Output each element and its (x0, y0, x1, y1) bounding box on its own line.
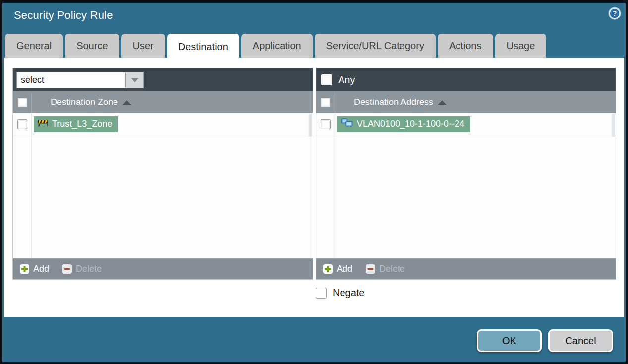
chevron-down-icon (131, 78, 139, 82)
zone-select-combobox (16, 72, 144, 88)
destination-address-panel: Any Destination Address (316, 68, 616, 280)
sort-ascending-icon (438, 100, 447, 105)
zone-add-label: Add (33, 264, 49, 274)
zone-table-row[interactable]: Trust_L3_Zone (13, 113, 313, 135)
tab-destination[interactable]: Destination (167, 34, 239, 60)
address-row-label: VLAN0100_10-1-100-0--24 (357, 119, 464, 129)
address-table-row[interactable]: VLAN0100_10-1-100-0--24 (316, 113, 616, 135)
zone-row-checkbox[interactable] (17, 119, 27, 129)
address-select-all-checkbox[interactable] (321, 98, 331, 107)
zone-delete-button[interactable]: Delete (62, 264, 102, 274)
zone-column-header-label: Destination Zone (51, 97, 118, 107)
tab-service-url-category[interactable]: Service/URL Category (315, 34, 436, 58)
negate-checkbox[interactable] (316, 288, 327, 299)
delete-icon (62, 264, 72, 274)
delete-icon (365, 264, 376, 274)
tab-bar: General Source User Destination Applicat… (5, 34, 546, 58)
zone-delete-label: Delete (76, 264, 102, 274)
negate-label: Negate (333, 287, 365, 299)
zone-barrier-icon (38, 119, 48, 129)
column-divider (335, 93, 335, 113)
sort-ascending-icon (122, 100, 131, 105)
any-bar: Any (316, 68, 616, 91)
zone-chip[interactable]: Trust_L3_Zone (34, 116, 118, 132)
scrollbar[interactable] (612, 114, 615, 137)
zone-list-body: Trust_L3_Zone (13, 113, 313, 258)
address-chip[interactable]: VLAN0100_10-1-100-0--24 (337, 116, 470, 132)
tab-usage[interactable]: Usage (495, 34, 547, 58)
zone-column-header[interactable]: Destination Zone (51, 97, 131, 107)
svg-text:?: ? (613, 9, 617, 17)
address-column-header-label: Destination Address (354, 97, 433, 107)
zone-select-dropdown-button[interactable] (125, 72, 144, 88)
tab-actions[interactable]: Actions (438, 34, 493, 58)
content-area: Destination Zone (4, 58, 624, 317)
address-delete-button[interactable]: Delete (365, 264, 405, 274)
help-icon[interactable]: ? (608, 6, 622, 20)
scrollbar[interactable] (309, 114, 312, 137)
zone-select-all-checkbox[interactable] (17, 98, 27, 107)
zone-add-button[interactable]: Add (19, 264, 49, 274)
zone-footer: Add Delete (13, 258, 313, 279)
destination-zone-panel: Destination Zone (12, 68, 313, 280)
zone-toolbar (13, 68, 313, 91)
address-add-button[interactable]: Add (323, 264, 352, 274)
address-list-body: VLAN0100_10-1-100-0--24 (316, 113, 616, 258)
zone-select-input[interactable] (16, 72, 125, 88)
address-header-row: Destination Address (316, 91, 616, 113)
any-label: Any (338, 74, 355, 86)
network-hosts-icon (341, 118, 353, 130)
address-add-label: Add (337, 264, 352, 274)
cancel-button[interactable]: Cancel (548, 329, 613, 352)
address-footer: Add Delete (316, 258, 616, 279)
address-delete-label: Delete (379, 264, 405, 274)
zone-row-label: Trust_L3_Zone (52, 119, 112, 129)
tab-source[interactable]: Source (65, 34, 119, 58)
column-divider (31, 93, 32, 113)
tab-general[interactable]: General (5, 34, 63, 58)
ok-button[interactable]: OK (477, 329, 542, 352)
negate-row: Negate (316, 287, 365, 299)
zone-header-row: Destination Zone (13, 91, 313, 113)
address-row-checkbox[interactable] (321, 119, 331, 129)
tab-application[interactable]: Application (241, 34, 313, 58)
any-checkbox[interactable] (321, 74, 332, 85)
add-icon (19, 264, 30, 274)
app-frame: Security Policy Rule ? General Source Us… (0, 0, 628, 364)
tab-user[interactable]: User (121, 34, 165, 58)
add-icon (323, 264, 333, 274)
address-column-header[interactable]: Destination Address (354, 97, 447, 107)
page-title: Security Policy Rule (14, 9, 113, 22)
